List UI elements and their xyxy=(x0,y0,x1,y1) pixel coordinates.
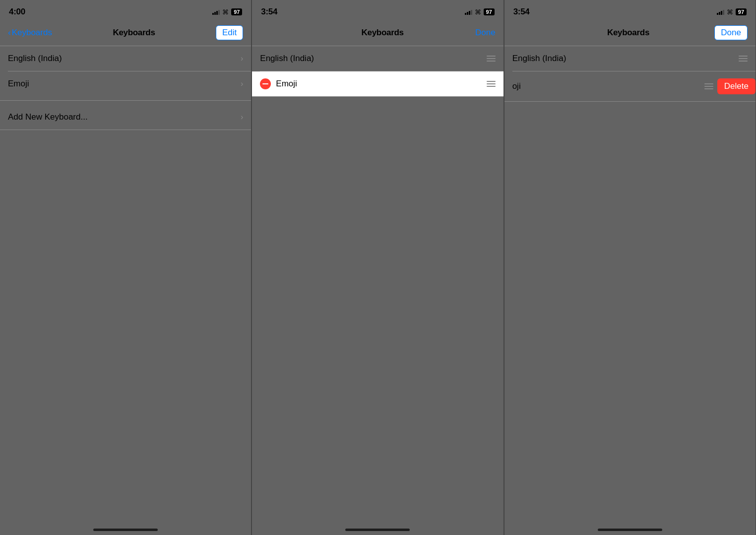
list-item-left-english-2: English (India) xyxy=(260,54,314,64)
status-bar-2: 3:54 ⌘ 97 xyxy=(252,0,503,22)
list-item-text-emoji-1: Emoji xyxy=(8,79,29,89)
list-item-left-emoji-3: oji xyxy=(512,81,704,91)
list-item-english-2[interactable]: English (India) xyxy=(252,46,503,71)
chevron-icon-emoji-1: › xyxy=(241,79,243,88)
signal-icon-2 xyxy=(465,9,472,15)
drag-handle-emoji-2[interactable] xyxy=(487,81,496,87)
drag-handle-english-3[interactable] xyxy=(739,56,748,62)
back-chevron-icon-1: ‹ xyxy=(8,28,11,38)
separator-3b xyxy=(504,101,756,102)
separator-1b xyxy=(0,100,251,101)
nav-back-button-1[interactable]: ‹ Keyboards xyxy=(8,28,52,38)
wifi-icon-3: ⌘ xyxy=(727,8,733,16)
separator-1c xyxy=(0,130,251,130)
add-keyboard-item-1[interactable]: Add New Keyboard... › xyxy=(0,105,251,130)
wifi-icon-2: ⌘ xyxy=(475,8,481,16)
panel-2: 3:54 ⌘ 97 Keyboards Done English (India) xyxy=(252,0,504,535)
list-item-emoji-3[interactable]: oji Delete xyxy=(504,71,756,101)
nav-back-label-1: Keyboards xyxy=(12,28,52,38)
chevron-icon-english-1: › xyxy=(241,54,243,63)
home-indicator-1 xyxy=(93,529,158,531)
battery-icon-2: 97 xyxy=(484,8,495,15)
nav-bar-2: Keyboards Done xyxy=(252,22,503,46)
signal-icon-3 xyxy=(717,9,724,15)
list-item-text-emoji-3: oji xyxy=(512,81,521,91)
list-item-emoji-2[interactable]: Emoji xyxy=(252,71,503,96)
drag-handle-english-2[interactable] xyxy=(487,56,496,62)
list-item-text-english-1: English (India) xyxy=(8,54,62,64)
panel-1: 4:00 ⌘ 97 ‹ Keyboards Keyboards Edit Eng… xyxy=(0,0,252,535)
nav-title-2: Keyboards xyxy=(362,28,404,38)
home-indicator-2 xyxy=(345,529,410,531)
status-time-3: 3:54 xyxy=(513,7,530,17)
list-section-2: English (India) Emoji xyxy=(252,46,503,96)
done-button-2[interactable]: Done xyxy=(475,28,496,38)
edit-button-1[interactable]: Edit xyxy=(216,25,243,40)
drag-handle-emoji-3[interactable] xyxy=(704,83,713,89)
status-bar-1: 4:00 ⌘ 97 xyxy=(0,0,251,22)
list-item-english-1[interactable]: English (India) › xyxy=(0,46,251,71)
list-item-text-english-2: English (India) xyxy=(260,54,314,64)
separator-2b xyxy=(252,96,503,97)
add-keyboard-section-1: Add New Keyboard... › xyxy=(0,105,251,130)
status-icons-2: ⌘ 97 xyxy=(465,8,495,16)
status-time-1: 4:00 xyxy=(9,7,25,17)
battery-icon-1: 97 xyxy=(231,8,242,15)
status-icons-3: ⌘ 97 xyxy=(717,8,747,16)
list-item-text-english-3: English (India) xyxy=(512,54,567,64)
signal-icon-1 xyxy=(212,9,220,15)
emoji-row-right-3: Delete xyxy=(704,78,756,94)
nav-bar-1: ‹ Keyboards Keyboards Edit xyxy=(0,22,251,46)
delete-button-3[interactable]: Delete xyxy=(717,78,756,94)
status-time-2: 3:54 xyxy=(261,7,277,17)
nav-bar-3: Keyboards Done xyxy=(504,22,756,46)
nav-title-3: Keyboards xyxy=(607,28,649,38)
home-indicator-3 xyxy=(598,529,662,531)
panel-3: 3:54 ⌘ 97 Keyboards Done English (India) xyxy=(504,0,756,535)
list-item-left-emoji-2: Emoji xyxy=(260,78,297,89)
nav-title-1: Keyboards xyxy=(113,28,155,38)
add-keyboard-label-1: Add New Keyboard... xyxy=(8,112,88,122)
status-bar-3: 3:54 ⌘ 97 xyxy=(504,0,756,22)
list-item-emoji-1[interactable]: Emoji › xyxy=(0,71,251,96)
list-section-1: English (India) › Emoji › xyxy=(0,46,251,96)
battery-icon-3: 97 xyxy=(736,8,747,15)
list-item-english-3[interactable]: English (India) xyxy=(504,46,756,71)
list-item-text-emoji-2: Emoji xyxy=(276,79,297,89)
done-button-3[interactable]: Done xyxy=(714,25,748,40)
minus-button-emoji-2[interactable] xyxy=(260,78,271,89)
status-icons-1: ⌘ 97 xyxy=(212,8,242,16)
list-section-3: English (India) oji Delete xyxy=(504,46,756,101)
list-item-left-english-3: English (India) xyxy=(512,54,567,64)
chevron-icon-add-1: › xyxy=(241,113,243,122)
wifi-icon-1: ⌘ xyxy=(222,8,229,16)
